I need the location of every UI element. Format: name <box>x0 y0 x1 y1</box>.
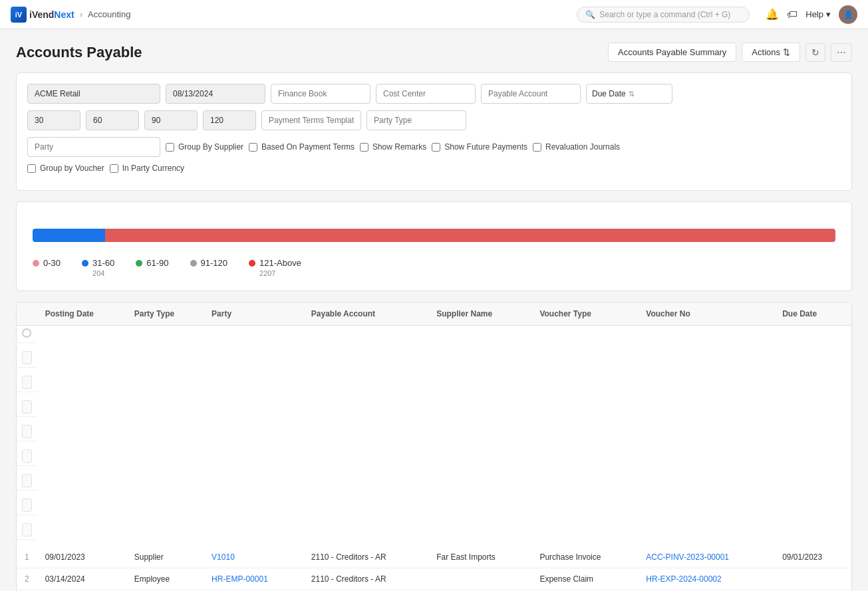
col-payable-account[interactable]: Payable Account <box>303 302 428 326</box>
age-120-input[interactable] <box>203 110 256 130</box>
aging-bar-chart <box>33 229 835 242</box>
navbar: iV iVendNext › Accounting 🔍 Search or ty… <box>0 0 868 29</box>
cell-voucher-no-1[interactable]: ACC-PINV-2023-00001 <box>638 546 774 568</box>
bar-segment-121-above <box>105 229 835 242</box>
group-by-voucher-checkbox[interactable]: Group by Voucher <box>27 164 104 173</box>
tag-icon[interactable]: 🏷 <box>787 9 797 21</box>
filter-supplier-name[interactable] <box>22 449 32 463</box>
col-supplier-name[interactable]: Supplier Name <box>428 302 531 326</box>
legend-item-61-90: 61-90 <box>136 258 168 277</box>
accounts-payable-table: Posting Date Party Type Party Payable Ac… <box>17 302 851 591</box>
legend-label-91-120: 91-120 <box>201 258 227 268</box>
col-posting-date[interactable]: Posting Date <box>37 302 126 326</box>
group-by-supplier-checkbox[interactable]: Group By Supplier <box>166 142 243 152</box>
actions-label: Actions <box>752 47 780 57</box>
filter-section: Due Date ⇅ Group By Supplier Based On Pa… <box>16 72 852 191</box>
legend-item-121-above: 121-Above 2207 <box>249 258 301 277</box>
age-90-input[interactable] <box>144 110 198 130</box>
legend-label-121-above: 121-Above <box>259 258 301 268</box>
in-party-currency-checkbox[interactable]: In Party Currency <box>110 164 184 173</box>
revaluation-journals-checkbox[interactable]: Revaluation Journals <box>533 142 620 152</box>
legend-item-0-30: 0-30 <box>33 258 61 277</box>
filter-row-indicator <box>22 328 31 338</box>
filter-party-type[interactable] <box>22 376 32 389</box>
col-party-type[interactable]: Party Type <box>126 302 204 326</box>
page-title: Accounts Payable <box>16 44 142 61</box>
col-due-date[interactable]: Due Date <box>774 302 851 326</box>
refresh-button[interactable]: ↻ <box>805 43 825 62</box>
cell-party-2[interactable]: HR-EMP-00001 <box>204 568 303 590</box>
filter-party[interactable] <box>22 400 32 414</box>
filter-due-date[interactable] <box>22 523 32 536</box>
filter-posting-date[interactable] <box>22 351 32 364</box>
bell-icon[interactable]: 🔔 <box>766 8 779 21</box>
help-button[interactable]: Help ▾ <box>805 9 831 19</box>
avatar[interactable]: 👤 <box>839 5 857 24</box>
cost-center-input[interactable] <box>376 84 476 104</box>
cell-voucher-no-2[interactable]: HR-EXP-2024-00002 <box>638 568 774 590</box>
filter-row-1: Due Date ⇅ <box>27 84 841 104</box>
table-row: 1 09/01/2023 Supplier V1010 2110 - Credi… <box>17 546 851 568</box>
chart-legend: 0-30 31-60 204 61-90 91-120 <box>33 258 835 277</box>
cell-party-1[interactable]: V1010 <box>204 546 303 568</box>
table-header-row: Posting Date Party Type Party Payable Ac… <box>17 302 851 326</box>
more-options-button[interactable]: ⋯ <box>831 43 852 62</box>
chart-section: 0-30 31-60 204 61-90 91-120 <box>16 201 852 291</box>
help-label: Help <box>805 9 823 19</box>
date-input[interactable] <box>166 84 265 104</box>
col-voucher-type[interactable]: Voucher Type <box>531 302 638 326</box>
nav-separator: › <box>80 9 82 19</box>
brand-icon: iV <box>11 7 27 23</box>
based-on-payment-terms-checkbox[interactable]: Based On Payment Terms <box>249 142 355 152</box>
cell-party-type-2: Employee <box>126 568 204 590</box>
company-input[interactable] <box>27 84 160 104</box>
navbar-right: 🔔 🏷 Help ▾ 👤 <box>766 5 857 24</box>
legend-dot-91-120 <box>190 260 197 267</box>
show-remarks-checkbox[interactable]: Show Remarks <box>360 142 426 152</box>
age-30-input[interactable] <box>27 110 80 130</box>
legend-item-91-120: 91-120 <box>190 258 227 277</box>
party-input[interactable] <box>27 137 160 157</box>
avatar-initials: 👤 <box>843 10 853 19</box>
row-num-1: 1 <box>17 546 37 568</box>
actions-button[interactable]: Actions ⇅ <box>742 43 800 62</box>
filter-voucher-type[interactable] <box>22 474 32 487</box>
page-header: Accounts Payable Accounts Payable Summar… <box>16 43 852 62</box>
legend-dot-121-above <box>249 260 255 267</box>
legend-value-121-above: 2207 <box>259 269 275 277</box>
finance-book-input[interactable] <box>271 84 370 104</box>
table-row: 2 03/14/2024 Employee HR-EMP-00001 2110 … <box>17 568 851 590</box>
cell-payable-account-1: 2110 - Creditors - AR <box>303 546 428 568</box>
cell-due-date-2 <box>774 568 851 590</box>
filter-payable-account[interactable] <box>22 425 32 438</box>
accounts-payable-summary-button[interactable]: Accounts Payable Summary <box>608 43 736 62</box>
brand[interactable]: iV iVendNext <box>11 7 74 23</box>
cell-supplier-name-1: Far East Imports <box>428 546 531 568</box>
cell-posting-date-2: 03/14/2024 <box>37 568 126 590</box>
chevron-down-icon: ▾ <box>826 9 831 19</box>
cell-voucher-type-2: Expense Claim <box>531 568 638 590</box>
cell-due-date-1: 09/01/2023 <box>774 546 851 568</box>
due-date-label: Due Date <box>592 89 626 98</box>
party-type-input[interactable] <box>366 110 466 130</box>
brand-text: iVendNext <box>29 9 74 20</box>
col-voucher-no[interactable]: Voucher No <box>638 302 774 326</box>
filter-voucher-no[interactable] <box>22 499 32 512</box>
age-60-input[interactable] <box>86 110 139 130</box>
main-content: Accounts Payable Accounts Payable Summar… <box>0 29 868 591</box>
legend-dot-61-90 <box>136 260 142 267</box>
search-bar[interactable]: 🔍 Search or type a command (Ctrl + G) <box>577 7 750 23</box>
legend-dot-0-30 <box>33 260 39 267</box>
show-future-payments-checkbox[interactable]: Show Future Payments <box>432 142 527 152</box>
filter-row-3: Group By Supplier Based On Payment Terms… <box>27 137 841 157</box>
page-actions: Accounts Payable Summary Actions ⇅ ↻ ⋯ <box>608 43 852 62</box>
filter-row-4: Group by Voucher In Party Currency <box>27 164 841 173</box>
payable-account-input[interactable] <box>481 84 581 104</box>
legend-label-0-30: 0-30 <box>43 258 61 268</box>
payment-terms-input[interactable] <box>261 110 361 130</box>
chart-bar-container <box>33 229 835 242</box>
due-date-sort-icon[interactable]: ⇅ <box>629 90 635 98</box>
legend-item-31-60: 31-60 204 <box>82 258 114 277</box>
nav-module: Accounting <box>88 9 130 19</box>
col-party[interactable]: Party <box>204 302 303 326</box>
